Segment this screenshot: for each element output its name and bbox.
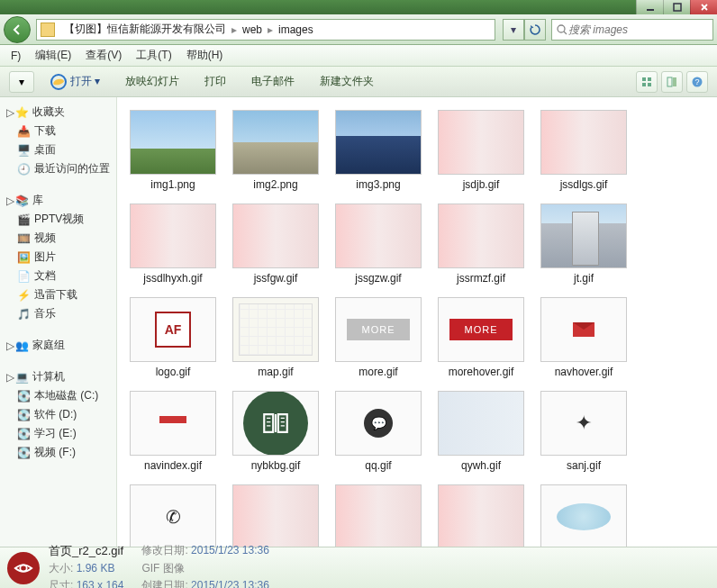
sidebar-item-drive-d[interactable]: 💽软件 (D:)	[0, 405, 116, 424]
sidebar-homegroup[interactable]: ▷👥家庭组	[0, 336, 116, 355]
menu-bar: F) 编辑(E) 查看(V) 工具(T) 帮助(H)	[0, 45, 717, 67]
status-filetype: GIF 图像	[141, 561, 268, 576]
file-thumbnail	[130, 110, 216, 175]
file-item[interactable]: 💬qq.gif	[328, 387, 429, 475]
chevron-right-icon: ▸	[266, 23, 275, 36]
file-item[interactable]: jssdlhyxh.gif	[123, 200, 223, 288]
refresh-button[interactable]	[524, 19, 546, 41]
svg-rect-1	[674, 4, 681, 11]
file-item[interactable]: jssfgw.gif	[225, 200, 326, 288]
file-name: map.gif	[258, 366, 293, 378]
file-thumbnail: MORE	[438, 297, 524, 362]
file-thumbnail	[540, 297, 627, 362]
menu-help[interactable]: 帮助(H)	[179, 48, 231, 63]
drive-icon: 💽	[16, 446, 31, 460]
sidebar-item-drive-c[interactable]: 💽本地磁盘 (C:)	[0, 386, 116, 405]
file-name: jsdjb.gif	[463, 178, 500, 191]
status-create-value: 2015/1/23 13:36	[191, 579, 269, 589]
file-name: nybkbg.gif	[251, 459, 301, 472]
file-name: qq.gif	[365, 459, 391, 472]
status-mod-label: 修改日期:	[141, 544, 187, 556]
maximize-button[interactable]	[663, 0, 690, 14]
status-file-icon	[7, 552, 40, 584]
file-item[interactable]: img1.png	[123, 106, 223, 194]
menu-edit[interactable]: 编辑(E)	[28, 48, 78, 63]
file-item[interactable]: jsdjb.gif	[431, 106, 531, 194]
svg-rect-6	[648, 83, 651, 86]
sidebar-item-recent[interactable]: 🕘最近访问的位置	[0, 159, 116, 178]
print-button[interactable]: 打印	[195, 70, 235, 93]
menu-tools[interactable]: 工具(T)	[129, 48, 178, 63]
file-thumbnail	[540, 110, 627, 175]
file-item[interactable]: jssgzw.gif	[328, 200, 429, 288]
help-button[interactable]: ?	[686, 71, 708, 93]
file-name: navhover.gif	[555, 366, 613, 378]
file-thumbnail: ✆	[130, 484, 216, 549]
sidebar-computer[interactable]: ▷💻计算机	[0, 367, 116, 386]
file-name: qywh.gif	[461, 459, 501, 472]
new-folder-button[interactable]: 新建文件夹	[311, 70, 383, 93]
crumb-2[interactable]: web	[239, 23, 266, 36]
file-item[interactable]: MOREmorehover.gif	[431, 294, 531, 382]
organize-button[interactable]: ▾	[9, 71, 34, 93]
sidebar-item-videos[interactable]: 🎞️视频	[0, 229, 116, 248]
file-item[interactable]: ✦sanj.gif	[533, 387, 634, 475]
view-options-button[interactable]	[636, 71, 658, 93]
sidebar-item-pictures[interactable]: 🖼️图片	[0, 248, 116, 267]
recent-icon: 🕘	[16, 162, 31, 176]
minimize-button[interactable]	[636, 0, 663, 14]
music-icon: 🎵	[16, 307, 31, 321]
search-input[interactable]	[568, 23, 709, 36]
menu-view[interactable]: 查看(V)	[78, 48, 129, 63]
file-thumbnail	[438, 204, 524, 268]
sidebar-favorites[interactable]: ▷⭐收藏夹	[0, 103, 116, 122]
file-item[interactable]: navindex.gif	[123, 387, 223, 475]
sidebar-item-music[interactable]: 🎵音乐	[0, 304, 116, 323]
file-pane[interactable]: img1.pngimg2.pngimg3.pngjsdjb.gifjssdlgs…	[117, 97, 717, 561]
crumb-3[interactable]: images	[275, 23, 317, 36]
sidebar: ▷⭐收藏夹 📥下载 🖥️桌面 🕘最近访问的位置 ▷📚库 🎬PPTV视频 🎞️视频…	[0, 97, 117, 561]
file-item[interactable]: jssdlgs.gif	[533, 106, 634, 194]
sidebar-item-thunder[interactable]: ⚡迅雷下载	[0, 285, 116, 304]
menu-file[interactable]: F)	[4, 50, 28, 62]
homegroup-icon: 👥	[14, 339, 29, 353]
crumb-1[interactable]: 【切图】恒信新能源开发有限公司	[60, 22, 230, 37]
email-button[interactable]: 电子邮件	[242, 70, 304, 93]
close-button[interactable]	[690, 0, 717, 14]
slideshow-button[interactable]: 放映幻灯片	[116, 70, 188, 93]
sidebar-item-desktop[interactable]: 🖥️桌面	[0, 140, 116, 159]
file-item[interactable]: navhover.gif	[533, 294, 634, 382]
search-box[interactable]	[551, 19, 713, 41]
file-item[interactable]: jssrmzf.gif	[431, 200, 531, 288]
sidebar-item-drive-e[interactable]: 💽学习 (E:)	[0, 424, 116, 443]
file-item[interactable]: AFlogo.gif	[123, 294, 223, 382]
file-thumbnail	[232, 484, 319, 549]
status-create-label: 创建日期:	[141, 579, 187, 589]
svg-rect-5	[642, 83, 646, 86]
file-thumbnail	[232, 110, 319, 175]
preview-pane-button[interactable]	[661, 71, 683, 93]
back-button[interactable]	[4, 16, 31, 43]
breadcrumb[interactable]: 【切图】恒信新能源开发有限公司 ▸ web ▸ images	[36, 19, 495, 41]
drive-icon: 💽	[16, 389, 31, 403]
open-button[interactable]: 打开 ▾	[41, 70, 109, 94]
file-item[interactable]: jt.gif	[533, 200, 634, 288]
file-item[interactable]: img2.png	[225, 106, 326, 194]
file-name: jssfgw.gif	[254, 272, 298, 285]
file-item[interactable]: img3.png	[328, 106, 429, 194]
sidebar-item-downloads[interactable]: 📥下载	[0, 122, 116, 140]
file-item[interactable]: qywh.gif	[431, 387, 531, 475]
file-name: img2.png	[253, 178, 297, 191]
sidebar-libraries[interactable]: ▷📚库	[0, 191, 116, 210]
status-filename: 首页_r2_c2.gif	[49, 543, 123, 559]
file-item[interactable]: nybkbg.gif	[225, 387, 326, 475]
file-item[interactable]: map.gif	[225, 294, 326, 382]
file-item[interactable]: MOREmore.gif	[328, 294, 429, 382]
drive-icon: 💽	[16, 408, 31, 422]
history-dropdown[interactable]: ▾	[503, 19, 524, 41]
file-name: img1.png	[150, 178, 195, 191]
sidebar-item-pptv[interactable]: 🎬PPTV视频	[0, 210, 116, 229]
sidebar-item-documents[interactable]: 📄文档	[0, 267, 116, 285]
file-thumbnail	[438, 391, 524, 456]
sidebar-item-drive-f[interactable]: 💽视频 (F:)	[0, 443, 116, 462]
